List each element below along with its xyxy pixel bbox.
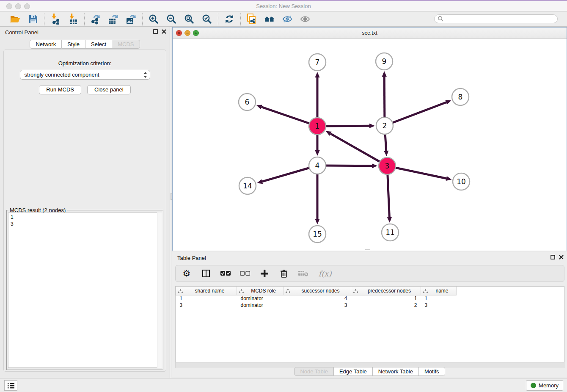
arrowhead-1-2 [369,124,375,128]
memory-button[interactable]: Memory [526,380,563,391]
unselect-all-columns-icon[interactable] [240,268,250,279]
network-canvas[interactable]: 7968124314101511 [173,39,567,251]
arrowhead-2-8 [445,100,451,105]
function-builder-icon[interactable]: f(x) [318,268,332,279]
table-row[interactable]: 3dominator323 [176,302,564,309]
graph-node-label-6: 6 [245,98,250,106]
column-header-predecessor-nodes[interactable]: predecessor nodes [351,287,421,295]
result-scrollbar[interactable] [157,213,162,368]
delete-column-icon[interactable] [279,268,289,279]
add-column-icon[interactable] [259,268,270,279]
zoom-out-icon[interactable] [166,14,177,25]
table-cell[interactable]: dominator [237,302,284,309]
node-table: shared nameMCDS rolesuccessor nodesprede… [175,286,564,362]
mcds-result-groupbox: MCDS result (2 nodes) 1 3 [6,210,163,370]
mcds-result-text[interactable]: 1 3 [8,213,162,368]
arrowhead-4-14 [257,179,263,184]
table-row[interactable]: 1dominator411 [176,295,564,302]
status-bar: Memory [0,378,567,392]
tab-node-table[interactable]: Node Table [294,367,334,376]
edge-3-10[interactable] [387,166,446,179]
optimization-criterion-select[interactable]: strongly connected component [20,70,150,80]
table-cell[interactable]: 2 [351,302,421,309]
close-table-panel-icon[interactable] [559,255,564,259]
arrowhead-3-10 [446,176,452,181]
column-header-MCDS-role[interactable]: MCDS role [237,287,284,295]
tab-edge-table[interactable]: Edge Table [334,367,373,376]
table-cell[interactable]: 3 [421,302,457,309]
task-list-button[interactable] [4,380,17,391]
zoom-in-icon[interactable] [148,14,159,25]
table-cell[interactable]: 1 [421,295,457,302]
network-window-titlebar[interactable]: × − + scc.txt [173,28,567,39]
tab-motifs[interactable]: Motifs [419,367,445,376]
columns-icon[interactable] [201,268,211,279]
table-cell[interactable]: 1 [351,295,421,302]
column-header-name[interactable]: name [421,287,457,295]
table-panel: Table Panel ⚙ f(x) share [172,252,567,377]
search-field[interactable] [434,14,558,23]
clone-network-icon[interactable] [246,14,257,25]
arrowhead-1-7 [315,72,319,77]
graph-node-label-3: 3 [385,162,390,170]
table-panel-title: Table Panel [177,255,206,261]
table-cell[interactable]: 3 [284,302,351,309]
search-input[interactable] [444,16,557,22]
settings-gear-icon[interactable]: ⚙ [182,268,192,279]
canvas-resize-dash[interactable] [365,249,370,250]
select-stepper-icon [143,72,147,78]
export-table-icon[interactable] [108,14,119,25]
arrowhead-4-3 [372,163,377,168]
optimization-criterion-label: Optimization criterion: [4,60,166,66]
delete-table-icon[interactable] [298,268,308,279]
table-cell[interactable]: 4 [284,295,351,302]
graph-node-label-10: 10 [457,177,466,186]
run-mcds-button[interactable]: Run MCDS [39,85,81,94]
refresh-icon[interactable] [224,14,235,25]
select-all-columns-icon[interactable] [220,268,231,279]
close-panel-button[interactable]: Close panel [87,85,131,94]
hide-eye-icon[interactable] [282,14,293,25]
main-toolbar [0,11,567,27]
task-list-icon [7,382,15,389]
import-table-icon[interactable] [68,14,79,25]
close-panel-icon[interactable] [162,29,166,34]
graph-node-label-4: 4 [315,161,320,170]
table-cell[interactable]: 3 [176,302,237,309]
show-eye-icon[interactable] [300,14,311,25]
window-titlebar: Session: New Session [0,0,567,11]
arrowhead-1-6 [256,105,262,109]
arrowhead-2-9 [382,71,387,77]
table-cell[interactable]: 1 [176,295,237,302]
export-network-icon[interactable] [90,14,101,25]
tab-style[interactable]: Style [62,40,85,49]
tab-network[interactable]: Network [30,40,62,49]
import-network-icon[interactable] [50,14,61,25]
open-file-icon[interactable] [10,14,21,25]
arrowhead-2-3 [384,151,388,156]
zoom-fit-icon[interactable] [184,14,195,25]
export-image-icon[interactable] [126,14,137,25]
float-panel-icon[interactable] [153,29,158,34]
save-session-icon[interactable] [28,14,39,25]
column-header-successor-nodes[interactable]: successor nodes [284,287,351,295]
column-header-shared-name[interactable]: shared name [176,287,237,295]
graph-node-label-1: 1 [315,122,320,130]
home-icon[interactable] [264,14,275,25]
float-table-panel-icon[interactable] [550,255,555,259]
edge-3-1[interactable] [330,134,387,166]
tab-network-table[interactable]: Network Table [373,367,419,376]
graph-node-label-7: 7 [315,58,320,66]
control-panel-tabs: NetworkStyleSelectMCDS [0,40,170,49]
zoom-selected-icon[interactable] [201,14,212,25]
graph-node-label-14: 14 [243,182,252,190]
network-graph[interactable]: 7968124314101511 [173,39,567,251]
mcds-panel: Optimization criterion: strongly connect… [3,50,166,372]
memory-status-dot [531,383,536,388]
edge-2-8[interactable] [385,102,446,126]
tab-mcds[interactable]: MCDS [112,40,140,49]
tab-select[interactable]: Select [85,40,112,49]
table-cell[interactable]: dominator [237,295,284,302]
arrowhead-4-15 [315,219,319,224]
network-window: × − + scc.txt 7968124314101511 [172,27,567,251]
